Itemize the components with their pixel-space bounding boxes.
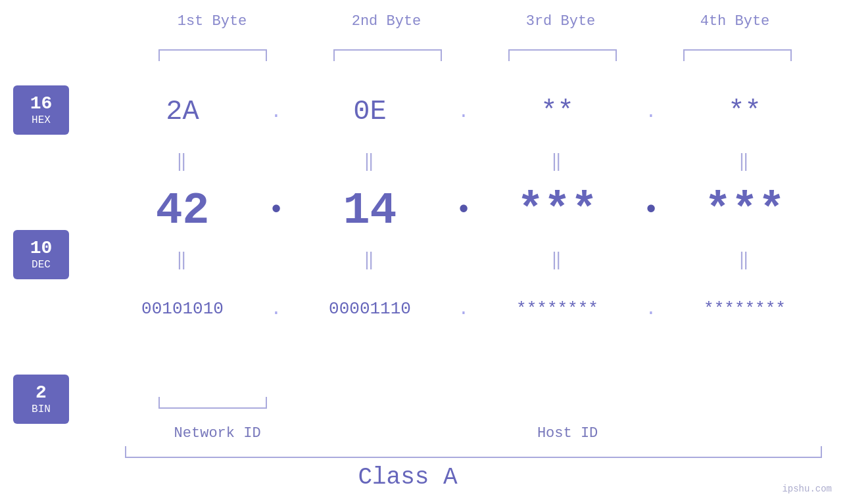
hex-row: 2A . 0E . ** . ** — [99, 79, 829, 145]
id-labels: Network ID Host ID — [125, 425, 825, 442]
hex-b3: ** — [473, 96, 641, 127]
bin-b1: 00101010 — [99, 299, 266, 319]
bin-row: 00101010 . 00001110 . ******** . *******… — [99, 276, 829, 342]
base-labels: 16 HEX 10 DEC 2 BIN — [13, 85, 69, 424]
bin-badge: 2 BIN — [13, 375, 69, 424]
eq2-b3: ‖ — [473, 249, 641, 270]
bin-dot2: . — [454, 299, 473, 319]
bin-b3: ******** — [473, 299, 641, 319]
class-label: Class A — [0, 464, 815, 491]
dec-b2: 14 — [286, 185, 454, 236]
eq2-b4: ‖ — [661, 249, 829, 270]
dec-dot3: • — [641, 195, 661, 226]
dec-dot1: • — [266, 195, 286, 226]
eq-row-2: ‖ ‖ ‖ ‖ — [99, 243, 829, 276]
dec-b4: *** — [661, 185, 829, 236]
main-container: 1st Byte 2nd Byte 3rd Byte 4th Byte 16 H… — [0, 0, 845, 504]
hex-dot3: . — [641, 102, 661, 122]
hex-dot1: . — [266, 102, 286, 122]
bottom-bracket — [125, 397, 825, 409]
bin-dot3: . — [641, 299, 661, 319]
hex-dot2: . — [454, 102, 473, 122]
dec-dot2: • — [454, 195, 473, 226]
dec-row: 42 • 14 • *** • *** — [99, 177, 829, 243]
eq-row-1: ‖ ‖ ‖ ‖ — [99, 145, 829, 177]
eq1-b3: ‖ — [473, 150, 641, 172]
dec-b3: *** — [473, 185, 641, 236]
dec-badge: 10 DEC — [13, 230, 69, 279]
header-byte4: 4th Byte — [648, 13, 822, 30]
hex-b4: ** — [661, 96, 829, 127]
eq1-b1: ‖ — [99, 150, 266, 172]
network-id-label: Network ID — [125, 425, 310, 442]
eq2-b1: ‖ — [99, 249, 266, 270]
bin-b2: 00001110 — [286, 299, 454, 319]
rows-container: 2A . 0E . ** . ** ‖ ‖ ‖ ‖ 42 • 14 • *** … — [99, 79, 829, 342]
class-bracket — [125, 446, 822, 458]
bin-dot1: . — [266, 299, 286, 319]
host-id-label: Host ID — [310, 425, 825, 442]
top-bracket — [125, 49, 825, 61]
dec-b1: 42 — [99, 185, 266, 236]
hex-b2: 0E — [286, 96, 454, 127]
eq2-b2: ‖ — [286, 249, 454, 270]
eq1-b2: ‖ — [286, 150, 454, 172]
bin-b4: ******** — [661, 299, 829, 319]
eq1-b4: ‖ — [661, 150, 829, 172]
header-byte1: 1st Byte — [125, 13, 299, 30]
byte-headers: 1st Byte 2nd Byte 3rd Byte 4th Byte — [125, 13, 822, 30]
watermark: ipshu.com — [782, 484, 832, 494]
hex-b1: 2A — [99, 96, 266, 127]
hex-badge: 16 HEX — [13, 85, 69, 135]
header-byte2: 2nd Byte — [299, 13, 473, 30]
header-byte3: 3rd Byte — [473, 13, 648, 30]
